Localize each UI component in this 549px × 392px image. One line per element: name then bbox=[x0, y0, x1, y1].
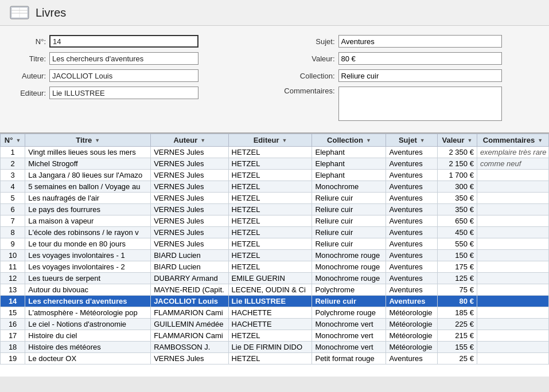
table-row[interactable]: 11Les voyages involontaires - 2BIARD Luc… bbox=[1, 261, 549, 273]
table-row[interactable]: 17Histoire du cielFLAMMARION CamiHETZELM… bbox=[1, 330, 549, 342]
col-header-titre[interactable]: Titre▼ bbox=[25, 134, 151, 147]
table-row[interactable]: 7La maison à vapeurVERNES JulesHETZELRel… bbox=[1, 215, 549, 227]
books-table: N°▼ Titre▼ Auteur▼ Editeur▼ Collection▼ … bbox=[0, 134, 549, 364]
table-row[interactable]: 14Les chercheurs d'aventuresJACOLLIOT Lo… bbox=[1, 296, 549, 307]
auteur-label: Auteur: bbox=[11, 72, 46, 80]
form-row-sujet: Sujet: bbox=[283, 35, 538, 48]
form-row-valeur: Valeur: bbox=[283, 52, 538, 65]
col-header-auteur[interactable]: Auteur▼ bbox=[151, 134, 228, 147]
table-row[interactable]: 3La Jangara / 80 lieues sur l'AmazoVERNE… bbox=[1, 170, 549, 181]
sujet-input[interactable] bbox=[338, 35, 502, 48]
form-row-editeur: Editeur: bbox=[11, 87, 266, 99]
table-section: N°▼ Titre▼ Auteur▼ Editeur▼ Collection▼ … bbox=[0, 134, 549, 377]
table-row[interactable]: 6Le pays des fourruresVERNES JulesHETZEL… bbox=[1, 204, 549, 215]
app-header: Livres bbox=[0, 0, 549, 26]
table-row[interactable]: 13Autour du bivouacMAYNE-REID (Capit.LEC… bbox=[1, 284, 549, 296]
titre-input[interactable] bbox=[49, 52, 198, 65]
table-row[interactable]: 2Michel StrogoffVERNES JulesHETZELElepha… bbox=[1, 158, 549, 170]
col-header-valeur[interactable]: Valeur▼ bbox=[438, 134, 477, 147]
col-header-editeur[interactable]: Editeur▼ bbox=[228, 134, 312, 147]
form-row-collection: Collection: bbox=[283, 69, 538, 82]
page-title: Livres bbox=[36, 6, 66, 19]
commentaires-textarea[interactable] bbox=[338, 87, 502, 121]
sujet-label: Sujet: bbox=[283, 37, 335, 46]
auteur-input[interactable] bbox=[49, 69, 198, 82]
col-header-sujet[interactable]: Sujet▼ bbox=[386, 134, 438, 147]
table-row[interactable]: 19Le docteur OXVERNES JulesHETZELPetit f… bbox=[1, 353, 549, 364]
col-header-n[interactable]: N°▼ bbox=[1, 134, 25, 147]
col-header-collection[interactable]: Collection▼ bbox=[312, 134, 386, 147]
table-row[interactable]: 45 semaines en ballon / Voyage auVERNES … bbox=[1, 181, 549, 193]
col-header-commentaires[interactable]: Commentaires▼ bbox=[477, 134, 548, 147]
table-row[interactable]: 5Les naufragés de l'airVERNES JulesHETZE… bbox=[1, 193, 549, 204]
collection-label: Collection: bbox=[283, 72, 335, 80]
collection-input[interactable] bbox=[338, 69, 502, 82]
editeur-input[interactable] bbox=[49, 87, 198, 99]
n-label: N°: bbox=[11, 37, 46, 46]
valeur-input[interactable] bbox=[338, 52, 502, 65]
form-row-commentaires: Commentaires: bbox=[283, 87, 538, 121]
livres-icon bbox=[9, 5, 30, 21]
valeur-label: Valeur: bbox=[283, 54, 335, 63]
commentaires-label: Commentaires: bbox=[283, 87, 335, 95]
table-row[interactable]: 18Histoire des météoresRAMBOSSON J.Lie D… bbox=[1, 342, 549, 353]
table-row[interactable]: 16Le ciel - Notions d'astronomieGUILLEMI… bbox=[1, 319, 549, 330]
n-input[interactable] bbox=[49, 35, 198, 48]
form-row-auteur: Auteur: bbox=[11, 69, 266, 82]
form-left: N°: Titre: Auteur: Editeur: bbox=[11, 35, 266, 121]
form-right: Sujet: Valeur: Collection: Commentaires: bbox=[283, 35, 538, 121]
form-section: N°: Titre: Auteur: Editeur: Sujet: bbox=[0, 26, 549, 134]
editeur-label: Editeur: bbox=[11, 89, 46, 97]
table-row[interactable]: 9Le tour du monde en 80 joursVERNES Jule… bbox=[1, 238, 549, 250]
table-row[interactable]: 12Les tueurs de serpentDUBARRY ArmandEMI… bbox=[1, 273, 549, 284]
table-header-row: N°▼ Titre▼ Auteur▼ Editeur▼ Collection▼ … bbox=[1, 134, 549, 147]
table-row[interactable]: 1Vingt milles lieues sous les mersVERNES… bbox=[1, 147, 549, 158]
titre-label: Titre: bbox=[11, 54, 46, 63]
table-row[interactable]: 10Les voyages involontaires - 1BIARD Luc… bbox=[1, 250, 549, 261]
form-row-titre: Titre: bbox=[11, 52, 266, 65]
table-row[interactable]: 15L'atmosphère - Météorologie popFLAMMAR… bbox=[1, 307, 549, 319]
form-row-n: N°: bbox=[11, 35, 266, 48]
table-row[interactable]: 8L'école des robinsons / le rayon vVERNE… bbox=[1, 227, 549, 238]
